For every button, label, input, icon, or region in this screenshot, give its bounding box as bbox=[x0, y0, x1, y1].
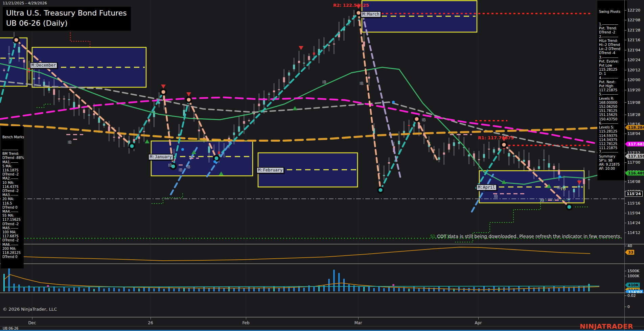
panel-line: D: 1 bbox=[599, 72, 625, 76]
axis-tick-label: 119'20 bbox=[627, 88, 640, 92]
panel-line: 5.------------- bbox=[599, 92, 625, 96]
axis-tick-label: 116'08 bbox=[627, 180, 640, 184]
panel-line: DTrend -2 bbox=[2, 172, 22, 176]
price-badge: 115'24 bbox=[625, 191, 643, 197]
panel-line: SP's: 98 bbox=[599, 159, 625, 163]
panel-line: 151.78125 bbox=[599, 109, 625, 113]
panel-line: MA3.------ bbox=[2, 193, 22, 197]
time-axis-label: 26 bbox=[148, 321, 153, 325]
axis-tick-label: 122'08 bbox=[627, 18, 640, 22]
month-label-chip[interactable]: M:April bbox=[476, 184, 497, 191]
price-badge: 116.48906 bbox=[625, 171, 644, 176]
ib-label: IB bbox=[168, 163, 172, 168]
panel-line: 5 MA: bbox=[2, 164, 22, 168]
month-label-chip[interactable]: M:January bbox=[148, 154, 174, 160]
panel-line: DTrend -2 bbox=[2, 222, 22, 226]
ib-label: IB bbox=[179, 168, 183, 172]
panel-line: DTrend 0 bbox=[2, 206, 22, 210]
panel-line: DTrend -2 bbox=[599, 30, 625, 34]
panel-line: 7.------------- bbox=[599, 150, 625, 154]
axis-tick-label: 40 bbox=[627, 244, 632, 248]
price-badge: 117.68375 bbox=[625, 142, 644, 147]
price-badge: 114'02 bbox=[625, 290, 643, 293]
panel-line: Summary bbox=[599, 155, 625, 159]
panel-line: HiLo Trend: bbox=[599, 39, 625, 43]
axis-tick-label: 117'00 bbox=[627, 160, 640, 165]
axis-tick-label: 115'04 bbox=[627, 211, 640, 215]
panel-line: MA1.------ bbox=[2, 160, 22, 164]
axis-tick-label: 119'08 bbox=[627, 100, 640, 105]
axis-tick-label: 1500K bbox=[627, 269, 639, 273]
time-axis-label: Feb bbox=[242, 321, 249, 325]
ib-label: IB bbox=[494, 194, 498, 199]
panel-line: 114.59375 bbox=[599, 134, 625, 138]
panel-line: MA5.------ bbox=[2, 226, 22, 230]
panel-line: 6.------------- bbox=[599, 121, 625, 125]
ib-label: IB bbox=[422, 118, 426, 122]
panel-line: Hi:-2 DTrend bbox=[599, 43, 625, 47]
axis-tick-label: 120'12 bbox=[627, 68, 640, 72]
tab-indicator-bar bbox=[0, 330, 644, 331]
swing-pivots-lines: 1.-------------Pvt. Trend:DTrend -22.---… bbox=[599, 22, 625, 171]
price-axis[interactable]: 122'20122'08121'28121'16121'04120'24120'… bbox=[624, 0, 644, 331]
axis-tick-label: 0 bbox=[627, 305, 630, 309]
price-badge: 117.15994 bbox=[625, 154, 644, 159]
ib-label: IB bbox=[186, 165, 190, 169]
panel-line: MA2.------ bbox=[2, 176, 22, 181]
chart-title-line2: UB 06-26 (Daily) bbox=[6, 18, 127, 28]
panel-line: Pvt. Trend: bbox=[599, 26, 625, 30]
panel-line: Pvt High bbox=[599, 84, 625, 88]
panel-line: MA4.------ bbox=[2, 210, 22, 214]
panel-line: Levels R: bbox=[599, 97, 625, 101]
month-label-chip[interactable]: M:December bbox=[30, 62, 58, 69]
chart-title: Ultra U.S. Treasury Bond Futures UB 06-2… bbox=[3, 7, 131, 31]
axis-tick-label: 122'20 bbox=[627, 8, 640, 13]
panel-line: Lo:-2 DTrend bbox=[599, 47, 625, 51]
panel-line: 116.4375 bbox=[2, 185, 22, 189]
ninjatrader-logo: NINJATRADER bbox=[580, 322, 633, 330]
price-badge: 33 bbox=[625, 250, 634, 255]
time-axis-label: Mar bbox=[354, 321, 362, 325]
panel-line: BM Trend: bbox=[2, 152, 22, 156]
panel-line: 117.6875 bbox=[2, 234, 22, 238]
panel-line: 3.------------- bbox=[599, 55, 625, 60]
panel-line: 10 MA: bbox=[2, 181, 22, 185]
panel-line: 1.------------- bbox=[599, 22, 625, 26]
axis-tick-label: 1000K bbox=[627, 274, 639, 278]
panel-line: ------------- bbox=[2, 148, 22, 152]
panel-line: 168.00000 bbox=[599, 101, 625, 105]
date-range: 11/21/2025 - 4/29/2026 bbox=[3, 1, 47, 5]
axis-tick-label: 118'04 bbox=[627, 132, 640, 136]
panel-line: Pvt. Evolve: bbox=[599, 60, 625, 64]
bench-marks-lines: -------------BM Trend:DTrend -88%MA1.---… bbox=[2, 148, 22, 259]
panel-line: 2.------------- bbox=[599, 35, 625, 39]
axis-tick-label: 115'16 bbox=[627, 201, 640, 206]
r1-level-label: R1: 117.71875 bbox=[478, 135, 514, 140]
panel-line: 115.28125 bbox=[599, 129, 625, 134]
axis-tick-label: 118'28 bbox=[627, 113, 640, 117]
chart-canvas[interactable] bbox=[0, 0, 644, 331]
axis-tick-label: 121'16 bbox=[627, 38, 640, 42]
month-label-chip[interactable]: M:February bbox=[256, 167, 284, 173]
panel-line: 118.28125 bbox=[2, 251, 22, 255]
swing-pivots-title: Swing Pivots bbox=[599, 10, 625, 14]
bench-marks-title: Bench Marks bbox=[2, 135, 22, 139]
panel-line: 117.15625 bbox=[2, 218, 22, 222]
axis-tick-label: 0.02 bbox=[627, 293, 636, 298]
panel-line: DTrend -88% bbox=[2, 156, 22, 160]
panel-line: 20 MA: bbox=[2, 197, 22, 201]
panel-line: 200 MA: bbox=[2, 247, 22, 251]
panel-line: DTrend 0 bbox=[2, 255, 22, 259]
axis-tick-label: 120'00 bbox=[627, 78, 640, 82]
ib-label: IB bbox=[322, 80, 326, 85]
panel-line: DTrend -2 bbox=[2, 189, 22, 193]
chart-window[interactable]: 11/21/2025 - 4/29/2026 Ultra U.S. Treasu… bbox=[0, 0, 644, 331]
month-label-chip[interactable]: M:March bbox=[361, 11, 381, 18]
f0-label: F0 bbox=[561, 187, 566, 191]
panel-line: 151.15625 bbox=[599, 113, 625, 117]
bench-marks-panel: Bench Marks -------------BM Trend:DTrend… bbox=[1, 126, 24, 268]
ib-label: IB bbox=[540, 198, 544, 203]
panel-line: 100 MA: bbox=[2, 230, 22, 234]
axis-tick-label: 114'12 bbox=[627, 231, 640, 235]
axis-tick-label: 120'24 bbox=[627, 58, 640, 62]
